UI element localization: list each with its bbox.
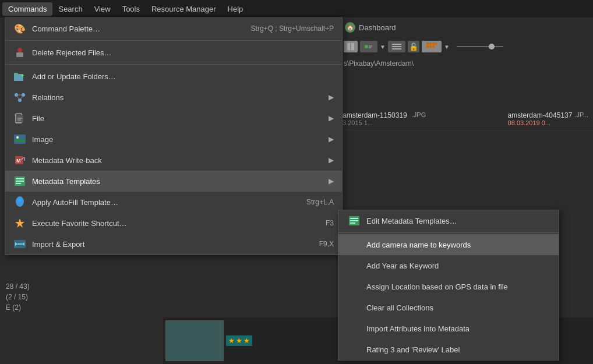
metadata-templates-icon	[13, 175, 26, 188]
image-icon	[13, 133, 26, 146]
command-palette-shortcut: Strg+Q ; Strg+Umschalt+P	[251, 24, 334, 33]
svg-point-31	[16, 136, 19, 139]
edit-templates-label: Edit Metadata Templates…	[366, 217, 549, 225]
menu-item-relations[interactable]: Relations ▶	[5, 87, 342, 108]
favorite-icon	[13, 217, 26, 229]
import-export-label: Import & Export	[32, 240, 308, 249]
submenu-separator	[338, 232, 559, 233]
menu-item-command-palette[interactable]: 🎨 Command Palette… Strg+Q ; Strg+Umschal…	[5, 18, 342, 39]
metadata-writeback-arrow: ▶	[329, 156, 334, 164]
edit-templates-icon	[348, 215, 361, 226]
submenu-add-year[interactable]: Add Year as Keyword	[338, 255, 559, 276]
file-label: File	[32, 114, 324, 123]
svg-rect-37	[16, 178, 24, 179]
add-folders-icon: +	[13, 70, 26, 83]
autofill-shortcut: Strg+L,A	[306, 198, 334, 206]
rating-review-icon	[348, 344, 361, 355]
dropdown-overlay: 🎨 Command Palette… Strg+Q ; Strg+Umschal…	[0, 0, 593, 364]
metadata-writeback-label: Metadata Write-back	[32, 156, 324, 165]
menu-item-delete-rejected[interactable]: Delete Rejected Files…	[5, 42, 342, 63]
add-year-label: Add Year as Keyword	[366, 261, 549, 270]
autofill-label: Apply AutoFill Template…	[32, 198, 295, 207]
svg-rect-49	[350, 220, 358, 221]
clear-collections-label: Clear all Collections	[366, 303, 549, 312]
separator-1	[5, 40, 342, 41]
metadata-templates-arrow: ▶	[329, 177, 334, 185]
favorite-shortcut: F3	[326, 219, 334, 227]
assign-location-icon	[348, 281, 361, 292]
relations-icon	[13, 91, 26, 104]
separator-2	[5, 64, 342, 65]
relations-arrow: ▶	[329, 93, 334, 101]
metadata-writeback-icon: M	[13, 154, 26, 167]
import-export-shortcut: F9,X	[319, 240, 334, 248]
metadata-templates-submenu: Edit Metadata Templates… Add camera name…	[338, 210, 559, 361]
svg-line-26	[20, 95, 23, 100]
svg-text:M: M	[16, 158, 21, 164]
svg-point-41	[17, 198, 22, 202]
menu-item-autofill[interactable]: Apply AutoFill Template… Strg+L,A	[5, 192, 342, 213]
palette-icon: 🎨	[13, 22, 26, 35]
submenu-clear-collections[interactable]: Clear all Collections	[338, 297, 559, 318]
menu-item-metadata-writeback[interactable]: M Metadata Write-back ▶	[5, 150, 342, 171]
commands-menu: 🎨 Command Palette… Strg+Q ; Strg+Umschal…	[5, 17, 343, 255]
svg-line-25	[16, 95, 20, 100]
svg-marker-42	[15, 218, 24, 228]
metadata-templates-label: Metadata Templates	[32, 177, 324, 186]
autofill-icon	[13, 196, 26, 208]
svg-rect-50	[350, 222, 355, 224]
import-attributes-icon	[348, 323, 361, 334]
submenu-import-attributes[interactable]: Import Attributes into Metadata	[338, 318, 559, 339]
submenu-edit-templates[interactable]: Edit Metadata Templates…	[338, 210, 559, 231]
image-arrow: ▶	[329, 135, 334, 143]
clear-collections-icon	[348, 302, 361, 313]
delete-icon	[13, 46, 26, 59]
menu-item-image[interactable]: Image ▶	[5, 129, 342, 150]
rating-review-label: Rating 3 and 'Review' Label	[366, 345, 549, 354]
svg-rect-30	[14, 135, 26, 144]
submenu-add-camera-name[interactable]: Add camera name to keywords	[338, 234, 559, 255]
image-label: Image	[32, 135, 324, 144]
import-export-icon	[13, 238, 26, 250]
menu-item-favorite[interactable]: Execute Favorite Shortcut… F3	[5, 213, 342, 234]
delete-rejected-label: Delete Rejected Files…	[32, 48, 334, 57]
svg-rect-48	[350, 218, 358, 219]
menu-item-file[interactable]: File ▶	[5, 108, 342, 129]
menu-item-add-folders[interactable]: + Add or Update Folders…	[5, 66, 342, 87]
svg-text:+: +	[21, 73, 24, 79]
favorite-label: Execute Favorite Shortcut…	[32, 219, 314, 228]
add-year-icon	[348, 260, 361, 271]
menu-item-import-export[interactable]: Import & Export F9,X	[5, 234, 342, 255]
svg-rect-39	[16, 183, 21, 184]
file-icon	[13, 112, 26, 125]
svg-rect-16	[16, 52, 23, 57]
submenu-assign-location[interactable]: Assign Location based on GPS data in fil…	[338, 276, 559, 297]
add-camera-label: Add camera name to keywords	[366, 241, 549, 249]
import-attributes-label: Import Attributes into Metadata	[366, 324, 549, 333]
assign-location-label: Assign Location based on GPS data in fil…	[366, 282, 549, 291]
relations-label: Relations	[32, 93, 324, 102]
add-folders-label: Add or Update Folders…	[32, 72, 334, 81]
menu-item-metadata-templates[interactable]: Metadata Templates ▶	[5, 171, 342, 192]
add-camera-icon	[348, 239, 361, 250]
svg-rect-38	[16, 181, 24, 182]
submenu-rating-review[interactable]: Rating 3 and 'Review' Label	[338, 339, 559, 360]
svg-rect-19	[14, 73, 18, 75]
file-arrow: ▶	[329, 114, 334, 122]
command-palette-label: Command Palette…	[32, 24, 239, 33]
